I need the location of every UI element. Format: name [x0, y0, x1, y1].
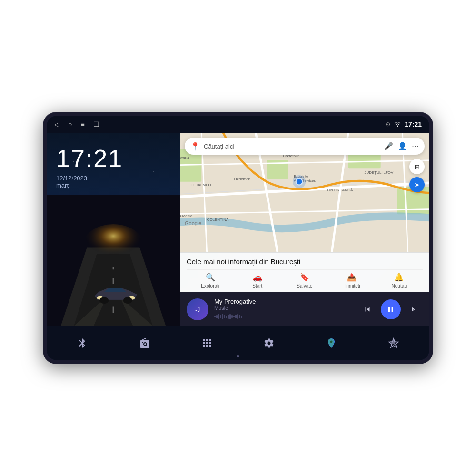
wave-bar [214, 316, 216, 317]
menu-icon[interactable]: ≡ [80, 120, 84, 128]
share-icon: 📤 [347, 273, 357, 282]
bottom-nav: ▲ [47, 326, 429, 360]
left-panel: 17:21 12/12/2023 marți [47, 133, 180, 326]
back-icon[interactable]: ◁ [54, 120, 60, 128]
maps-pin-icon: 📍 [190, 142, 200, 151]
wave-bar [216, 315, 218, 318]
nav-buttons: ◁ ○ ≡ ☐ [54, 120, 99, 128]
info-title: Cele mai noi informații din București [187, 258, 423, 266]
tab-share-label: Trimițeți [344, 283, 360, 288]
play-pause-button[interactable] [381, 299, 401, 319]
clock-time: 17:21 [56, 144, 170, 173]
music-player: ♫ My Prerogative Music [180, 292, 429, 326]
wave-bar [228, 315, 229, 319]
svg-point-4 [99, 297, 109, 304]
clock-day: marți [56, 182, 170, 189]
tab-explore-label: Explorați [201, 283, 219, 288]
svg-point-5 [123, 297, 132, 304]
svg-text:OFTALMED: OFTALMED [190, 183, 211, 187]
search-text[interactable]: Căutați aici [204, 143, 380, 150]
svg-text:Pattern Media: Pattern Media [180, 214, 193, 218]
bottom-chevron-icon: ▲ [235, 352, 241, 358]
nav-apps[interactable] [195, 334, 219, 353]
navigate-button[interactable]: ➤ [409, 177, 425, 192]
status-bar: ◁ ○ ≡ ☐ ⊙ 17:21 [47, 116, 429, 133]
device-screen: ◁ ○ ≡ ☐ ⊙ 17:21 [47, 116, 429, 360]
wave-bar [239, 315, 240, 318]
saved-icon: 🔖 [300, 273, 309, 282]
wave-bar [241, 316, 242, 318]
car-tunnel [47, 195, 180, 326]
tab-news[interactable]: 🔔 Noutăți [376, 270, 423, 291]
tab-start[interactable]: 🚗 Start [234, 270, 281, 291]
music-subtitle: Music [214, 305, 353, 311]
clock-date: 12/12/2023 [56, 175, 170, 182]
wifi-icon [394, 121, 401, 128]
tab-explore[interactable]: 🔍 Explorați [187, 270, 234, 291]
next-button[interactable] [406, 301, 423, 318]
search-bar-icons: 🎤 👤 ⋯ [384, 142, 419, 150]
nav-settings[interactable] [257, 334, 281, 353]
svg-point-31 [293, 175, 306, 188]
svg-text:ION CREANGĂ: ION CREANGĂ [327, 188, 353, 192]
nav-extra[interactable] [381, 334, 406, 353]
device: ◁ ○ ≡ ☐ ⊙ 17:21 [43, 112, 433, 364]
mic-icon[interactable]: 🎤 [384, 142, 393, 150]
nav-radio[interactable] [132, 334, 157, 353]
svg-point-1 [84, 224, 143, 264]
main-area: 17:21 12/12/2023 marți [47, 133, 429, 326]
wave-bar [226, 316, 227, 318]
svg-text:JUDEȚUL ILFOV: JUDEȚUL ILFOV [365, 170, 394, 175]
wave-bar [231, 315, 233, 318]
tab-share[interactable]: 📤 Trimițeți [328, 270, 376, 291]
account-icon[interactable]: 👤 [398, 142, 407, 150]
news-icon: 🔔 [394, 273, 404, 282]
music-art-icon: ♫ [194, 304, 201, 314]
wave-bar [233, 316, 235, 317]
wave-bar [220, 315, 221, 318]
svg-text:COLENTINA: COLENTINA [207, 218, 229, 222]
right-panel: Soseaua... Carrefour Dragonul Roșu Dedem… [180, 133, 429, 326]
info-banner: Cele mai noi informații din București 🔍 … [180, 252, 429, 292]
wave-bar [222, 314, 223, 319]
map-controls: ⊞ ➤ [409, 159, 425, 192]
location-icon: ⊙ [386, 121, 390, 128]
album-art: ♫ [187, 298, 208, 320]
layers-button[interactable]: ⊞ [409, 159, 425, 174]
tab-start-label: Start [252, 283, 262, 288]
prev-button[interactable] [359, 301, 376, 318]
tab-news-label: Noutăți [392, 283, 407, 288]
clock-section: 17:21 12/12/2023 marți [47, 133, 180, 195]
wave-bar [229, 314, 231, 319]
car-section [47, 195, 180, 326]
music-title: My Prerogative [214, 298, 353, 305]
start-icon: 🚗 [253, 273, 262, 282]
wave-bar [218, 314, 219, 319]
explore-icon: 🔍 [206, 273, 215, 282]
info-tabs: 🔍 Explorați 🚗 Start 🔖 Salvate 📤 [187, 269, 423, 291]
nav-bluetooth[interactable] [70, 334, 95, 353]
map-container[interactable]: Soseaua... Carrefour Dragonul Roșu Dedem… [180, 133, 429, 252]
svg-text:Soseaua...: Soseaua... [180, 156, 192, 160]
music-info: My Prerogative Music [214, 298, 353, 320]
more-icon[interactable]: ⋯ [412, 142, 419, 150]
wave-bar [224, 315, 225, 318]
home-icon[interactable]: ○ [68, 120, 72, 128]
wave-bar [237, 314, 238, 319]
wave-bar [235, 315, 237, 318]
search-bar[interactable]: 📍 Căutați aici 🎤 👤 ⋯ [185, 138, 425, 155]
music-waveform [214, 313, 353, 320]
nav-maps[interactable] [319, 334, 344, 353]
status-time: 17:21 [405, 120, 422, 128]
recent-icon[interactable]: ☐ [93, 120, 99, 128]
google-logo: Google [185, 220, 201, 226]
tab-saved[interactable]: 🔖 Salvate [281, 270, 328, 291]
tab-saved-label: Salvate [297, 283, 312, 288]
music-controls [359, 299, 423, 319]
svg-text:Dedeman: Dedeman [234, 177, 251, 181]
status-bar-right: ⊙ 17:21 [386, 120, 422, 128]
